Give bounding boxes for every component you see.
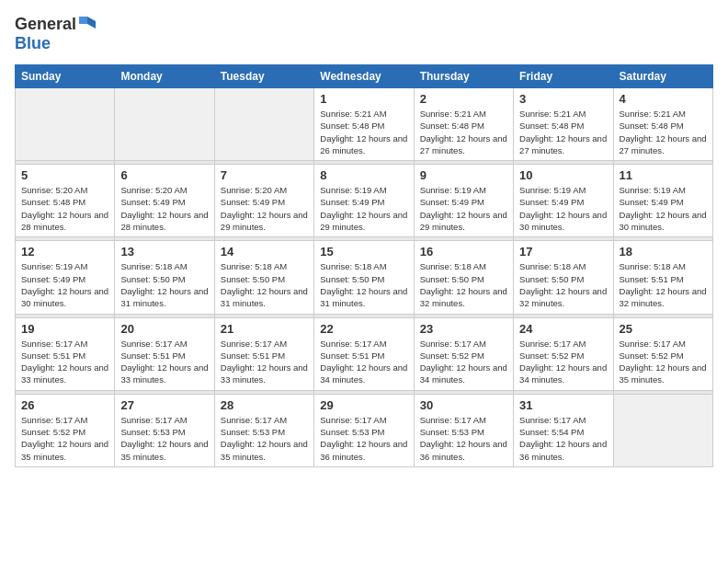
calendar-cell: 10Sunrise: 5:19 AMSunset: 5:49 PMDayligh… [514, 165, 613, 237]
calendar-cell: 8Sunrise: 5:19 AMSunset: 5:49 PMDaylight… [314, 165, 414, 237]
day-header-wednesday: Wednesday [314, 65, 414, 88]
day-info: Sunrise: 5:18 AMSunset: 5:51 PMDaylight:… [620, 260, 707, 309]
day-info: Sunrise: 5:17 AMSunset: 5:53 PMDaylight:… [120, 414, 208, 463]
day-info: Sunrise: 5:19 AMSunset: 5:49 PMDaylight:… [519, 184, 607, 233]
day-number: 24 [519, 322, 607, 336]
calendar-cell: 13Sunrise: 5:18 AMSunset: 5:50 PMDayligh… [115, 241, 214, 314]
calendar-cell [115, 88, 214, 161]
day-number: 6 [120, 168, 208, 182]
header: General Blue [15, 15, 713, 53]
week-row-5: 26Sunrise: 5:17 AMSunset: 5:52 PMDayligh… [16, 394, 713, 466]
svg-marker-1 [79, 17, 87, 24]
day-info: Sunrise: 5:20 AMSunset: 5:49 PMDaylight:… [120, 184, 208, 233]
day-info: Sunrise: 5:21 AMSunset: 5:48 PMDaylight:… [420, 108, 507, 156]
calendar-cell: 1Sunrise: 5:21 AMSunset: 5:48 PMDaylight… [314, 88, 414, 161]
day-info: Sunrise: 5:17 AMSunset: 5:51 PMDaylight:… [221, 338, 308, 386]
calendar-page: General Blue SundayMondayTuesdayWednesda… [0, 0, 728, 563]
calendar-cell: 21Sunrise: 5:17 AMSunset: 5:51 PMDayligh… [214, 317, 313, 390]
day-number: 17 [519, 245, 607, 259]
day-number: 16 [420, 245, 507, 259]
day-number: 7 [221, 168, 308, 182]
day-number: 31 [519, 398, 607, 412]
logo-blue-text: Blue [15, 34, 51, 53]
calendar-cell [613, 394, 712, 466]
day-number: 5 [21, 168, 108, 182]
calendar-cell: 7Sunrise: 5:20 AMSunset: 5:49 PMDaylight… [214, 165, 313, 237]
day-info: Sunrise: 5:18 AMSunset: 5:50 PMDaylight:… [519, 260, 607, 309]
day-header-saturday: Saturday [613, 65, 712, 88]
day-info: Sunrise: 5:17 AMSunset: 5:51 PMDaylight:… [120, 338, 208, 386]
day-number: 8 [320, 168, 407, 182]
calendar-cell: 31Sunrise: 5:17 AMSunset: 5:54 PMDayligh… [514, 394, 613, 466]
day-number: 14 [221, 245, 308, 259]
day-info: Sunrise: 5:21 AMSunset: 5:48 PMDaylight:… [519, 108, 607, 156]
calendar-cell: 4Sunrise: 5:21 AMSunset: 5:48 PMDaylight… [613, 88, 712, 161]
calendar-cell: 20Sunrise: 5:17 AMSunset: 5:51 PMDayligh… [115, 317, 214, 390]
calendar-cell: 12Sunrise: 5:19 AMSunset: 5:49 PMDayligh… [16, 241, 115, 314]
day-info: Sunrise: 5:18 AMSunset: 5:50 PMDaylight:… [420, 260, 507, 309]
day-number: 22 [320, 322, 407, 336]
day-number: 13 [120, 245, 208, 259]
logo-general-text: General [15, 15, 76, 34]
calendar-cell: 23Sunrise: 5:17 AMSunset: 5:52 PMDayligh… [414, 317, 513, 390]
day-number: 29 [320, 398, 407, 412]
day-number: 11 [620, 168, 707, 182]
day-number: 26 [21, 398, 108, 412]
logo: General Blue [15, 15, 97, 53]
day-number: 21 [221, 322, 308, 336]
day-info: Sunrise: 5:17 AMSunset: 5:52 PMDaylight:… [21, 414, 108, 463]
day-number: 23 [420, 322, 507, 336]
calendar-cell: 24Sunrise: 5:17 AMSunset: 5:52 PMDayligh… [514, 317, 613, 390]
day-number: 9 [420, 168, 507, 182]
calendar-cell: 30Sunrise: 5:17 AMSunset: 5:53 PMDayligh… [414, 394, 513, 466]
day-number: 18 [620, 245, 707, 259]
day-info: Sunrise: 5:20 AMSunset: 5:49 PMDaylight:… [221, 184, 308, 233]
day-header-tuesday: Tuesday [214, 65, 313, 88]
day-info: Sunrise: 5:17 AMSunset: 5:54 PMDaylight:… [519, 414, 607, 463]
day-info: Sunrise: 5:17 AMSunset: 5:53 PMDaylight:… [320, 414, 407, 463]
day-info: Sunrise: 5:17 AMSunset: 5:51 PMDaylight:… [320, 338, 407, 386]
day-info: Sunrise: 5:19 AMSunset: 5:49 PMDaylight:… [320, 184, 407, 233]
calendar-cell [214, 88, 313, 161]
day-info: Sunrise: 5:17 AMSunset: 5:51 PMDaylight:… [21, 338, 108, 386]
logo-flag-icon [78, 16, 97, 34]
calendar-cell: 9Sunrise: 5:19 AMSunset: 5:49 PMDaylight… [414, 165, 513, 237]
day-info: Sunrise: 5:18 AMSunset: 5:50 PMDaylight:… [320, 260, 407, 309]
day-info: Sunrise: 5:19 AMSunset: 5:49 PMDaylight:… [420, 184, 507, 233]
day-number: 27 [120, 398, 208, 412]
calendar-cell [16, 88, 115, 161]
day-info: Sunrise: 5:19 AMSunset: 5:49 PMDaylight:… [620, 184, 707, 233]
week-row-1: 1Sunrise: 5:21 AMSunset: 5:48 PMDaylight… [16, 88, 713, 161]
week-row-3: 12Sunrise: 5:19 AMSunset: 5:49 PMDayligh… [16, 241, 713, 314]
calendar-cell: 11Sunrise: 5:19 AMSunset: 5:49 PMDayligh… [613, 165, 712, 237]
day-info: Sunrise: 5:17 AMSunset: 5:53 PMDaylight:… [420, 414, 507, 463]
day-number: 25 [620, 322, 707, 336]
week-row-4: 19Sunrise: 5:17 AMSunset: 5:51 PMDayligh… [16, 317, 713, 390]
day-info: Sunrise: 5:21 AMSunset: 5:48 PMDaylight:… [620, 108, 707, 156]
header-row: SundayMondayTuesdayWednesdayThursdayFrid… [16, 65, 713, 88]
calendar-cell: 18Sunrise: 5:18 AMSunset: 5:51 PMDayligh… [613, 241, 712, 314]
calendar-cell: 27Sunrise: 5:17 AMSunset: 5:53 PMDayligh… [115, 394, 214, 466]
calendar-cell: 2Sunrise: 5:21 AMSunset: 5:48 PMDaylight… [414, 88, 513, 161]
calendar-cell: 25Sunrise: 5:17 AMSunset: 5:52 PMDayligh… [613, 317, 712, 390]
day-info: Sunrise: 5:17 AMSunset: 5:53 PMDaylight:… [221, 414, 308, 463]
calendar-cell: 22Sunrise: 5:17 AMSunset: 5:51 PMDayligh… [314, 317, 414, 390]
calendar-cell: 3Sunrise: 5:21 AMSunset: 5:48 PMDaylight… [514, 88, 613, 161]
day-number: 3 [519, 92, 607, 106]
calendar-cell: 14Sunrise: 5:18 AMSunset: 5:50 PMDayligh… [214, 241, 313, 314]
calendar-cell: 5Sunrise: 5:20 AMSunset: 5:48 PMDaylight… [16, 165, 115, 237]
day-header-monday: Monday [115, 65, 214, 88]
day-number: 28 [221, 398, 308, 412]
day-header-friday: Friday [514, 65, 613, 88]
day-info: Sunrise: 5:17 AMSunset: 5:52 PMDaylight:… [620, 338, 707, 386]
day-header-thursday: Thursday [414, 65, 513, 88]
calendar-cell: 29Sunrise: 5:17 AMSunset: 5:53 PMDayligh… [314, 394, 414, 466]
day-header-sunday: Sunday [16, 65, 115, 88]
day-info: Sunrise: 5:17 AMSunset: 5:52 PMDaylight:… [519, 338, 607, 386]
calendar-cell: 6Sunrise: 5:20 AMSunset: 5:49 PMDaylight… [115, 165, 214, 237]
day-number: 10 [519, 168, 607, 182]
day-info: Sunrise: 5:20 AMSunset: 5:48 PMDaylight:… [21, 184, 108, 233]
day-number: 15 [320, 245, 407, 259]
calendar-cell: 28Sunrise: 5:17 AMSunset: 5:53 PMDayligh… [214, 394, 313, 466]
day-number: 30 [420, 398, 507, 412]
